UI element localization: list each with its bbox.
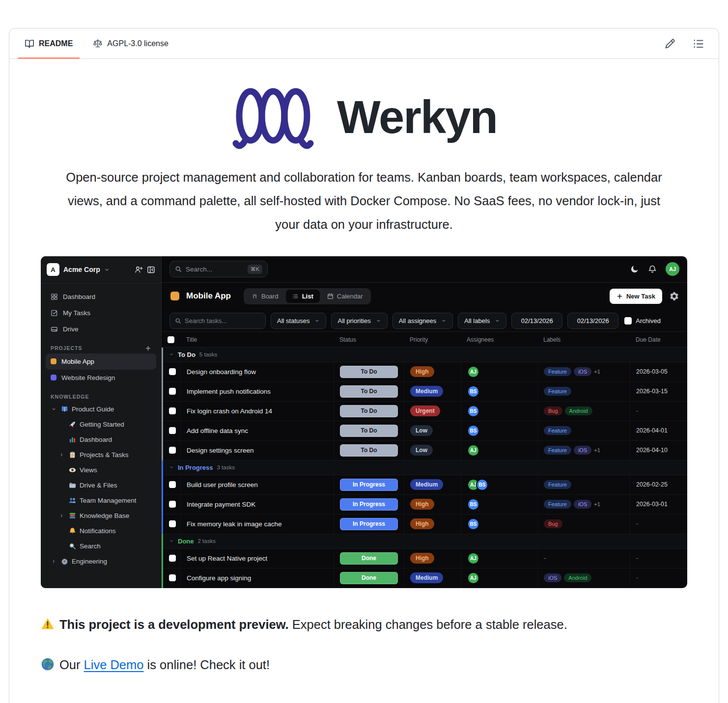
task-search-input[interactable] bbox=[185, 317, 260, 324]
tab-license[interactable]: AGPL-3.0 license bbox=[88, 28, 173, 58]
section-header-to-do[interactable]: To Do5 tasks bbox=[163, 348, 687, 362]
date-start-input[interactable] bbox=[511, 313, 562, 329]
sidebar-page-team-management[interactable]: Team Management bbox=[46, 493, 156, 508]
status-pill[interactable]: Done bbox=[340, 572, 398, 584]
sidebar-page-drive-files[interactable]: Drive & Files bbox=[46, 478, 156, 493]
task-checkbox[interactable] bbox=[169, 520, 176, 527]
view-tab-calendar[interactable]: Calendar bbox=[321, 290, 369, 303]
sidebar-page-engineering[interactable]: Engineering bbox=[46, 554, 156, 569]
warning-rest-text: Expect breaking changes before a stable … bbox=[289, 618, 567, 631]
tab-readme[interactable]: README bbox=[20, 28, 78, 58]
status-pill[interactable]: To Do bbox=[340, 385, 398, 398]
task-checkbox[interactable] bbox=[169, 501, 176, 508]
task-row[interactable]: Configure app signingDoneMediumAJiOSAndr… bbox=[163, 568, 687, 588]
sidebar-page-dashboard[interactable]: Dashboard bbox=[46, 432, 156, 447]
new-task-button[interactable]: New Task bbox=[610, 289, 662, 304]
sidebar-page-product-guide[interactable]: Product Guide bbox=[46, 402, 156, 417]
task-checkbox[interactable] bbox=[169, 574, 176, 581]
task-row[interactable]: Set up React Native projectDoneHighAJ-- bbox=[163, 549, 687, 568]
projects-header-label: PROJECTS bbox=[51, 345, 83, 351]
board-icon bbox=[252, 293, 258, 299]
status-pill[interactable]: To Do bbox=[340, 444, 398, 457]
status-pill[interactable]: To Do bbox=[340, 405, 398, 417]
invite-member-icon[interactable] bbox=[135, 266, 143, 274]
task-section-to-do: To Do5 tasksDesign onboarding flowTo DoH… bbox=[162, 348, 687, 460]
filter-dropdown-all-priorities[interactable]: All priorities bbox=[331, 313, 387, 329]
user-avatar[interactable]: AJ bbox=[666, 262, 679, 276]
bell-emoji bbox=[69, 527, 76, 535]
workspace-name[interactable]: Acme Corp bbox=[63, 266, 100, 273]
pencil-icon[interactable] bbox=[665, 38, 675, 49]
chevron-right-icon[interactable] bbox=[57, 452, 65, 458]
sidebar-item-dashboard[interactable]: Dashboard bbox=[46, 289, 156, 305]
filter-dropdown-all-assignees[interactable]: All assignees bbox=[392, 313, 453, 329]
status-pill[interactable]: In Progress bbox=[340, 479, 398, 491]
global-search[interactable]: ⌘K bbox=[169, 261, 268, 277]
priority-badge: High bbox=[410, 518, 434, 529]
sidebar-page-knowledge-base[interactable]: Knowledge Base bbox=[46, 508, 156, 523]
task-title-cell: Add offline data sync bbox=[180, 421, 334, 440]
task-row[interactable]: Integrate payment SDKIn ProgressHighBSFe… bbox=[163, 495, 687, 514]
archived-checkbox[interactable] bbox=[624, 317, 632, 324]
task-checkbox[interactable] bbox=[169, 481, 176, 488]
collapse-sidebar-icon[interactable] bbox=[147, 266, 155, 274]
task-row[interactable]: Design onboarding flowTo DoHighAJFeature… bbox=[163, 362, 687, 382]
task-checkbox[interactable] bbox=[169, 427, 176, 434]
page-label: Views bbox=[80, 466, 97, 474]
status-pill[interactable]: To Do bbox=[340, 425, 398, 437]
chevron-right-icon[interactable] bbox=[57, 513, 65, 518]
sidebar-item-my-tasks[interactable]: My Tasks bbox=[46, 305, 156, 321]
task-row[interactable]: Implement push notificationsTo DoMediumB… bbox=[163, 382, 687, 402]
notifications-bell-icon[interactable] bbox=[648, 265, 657, 273]
task-row[interactable]: Build user profile screenIn ProgressMedi… bbox=[163, 475, 687, 495]
dark-mode-moon-icon[interactable] bbox=[630, 265, 639, 273]
chevron-down-icon bbox=[314, 318, 320, 324]
sidebar-item-drive[interactable]: Drive bbox=[46, 321, 156, 337]
task-row[interactable]: Add offline data syncTo DoLowBSFeature20… bbox=[163, 421, 687, 441]
section-header-done[interactable]: Done2 tasks bbox=[163, 534, 687, 549]
view-tab-board[interactable]: Board bbox=[245, 290, 285, 303]
sidebar-page-notifications[interactable]: Notifications bbox=[46, 523, 156, 539]
sidebar-page-views[interactable]: Views bbox=[46, 462, 156, 478]
task-search[interactable] bbox=[169, 313, 266, 329]
select-all-checkbox[interactable] bbox=[168, 336, 174, 343]
section-header-in-progress[interactable]: In Progress3 tasks bbox=[163, 460, 687, 475]
chevron-right-icon[interactable] bbox=[50, 559, 57, 564]
status-pill[interactable]: Done bbox=[340, 552, 398, 565]
status-pill[interactable]: In Progress bbox=[340, 498, 398, 511]
date-end-input[interactable] bbox=[567, 313, 618, 329]
chevron-down-icon[interactable] bbox=[50, 406, 57, 412]
task-title: Configure app signing bbox=[187, 574, 251, 582]
task-title-cell: Build user profile screen bbox=[180, 475, 334, 494]
select-all-cell bbox=[162, 336, 180, 343]
sidebar-project-website-redesign[interactable]: Website Redesign bbox=[46, 370, 156, 386]
task-checkbox[interactable] bbox=[169, 447, 176, 454]
sidebar-page-projects-tasks[interactable]: Projects & Tasks bbox=[46, 447, 156, 462]
task-due-date: 2026-02-25 bbox=[636, 481, 668, 488]
global-search-input[interactable] bbox=[186, 266, 244, 273]
project-settings-gear-icon[interactable] bbox=[670, 292, 678, 300]
task-checkbox[interactable] bbox=[169, 407, 176, 414]
outline-toc-icon[interactable] bbox=[693, 38, 704, 49]
chevron-down-icon bbox=[441, 318, 447, 324]
status-pill[interactable]: In Progress bbox=[340, 518, 398, 530]
chevron-down-icon[interactable] bbox=[104, 267, 110, 272]
sidebar-project-mobile-app[interactable]: Mobile App bbox=[46, 353, 156, 370]
task-assignees-cell: BS bbox=[461, 495, 537, 514]
priority-badge: Urgent bbox=[410, 406, 440, 416]
sidebar-page-search[interactable]: Search bbox=[46, 539, 156, 554]
filter-dropdown-all-statuses[interactable]: All statuses bbox=[271, 313, 326, 329]
sidebar-page-getting-started[interactable]: Getting Started bbox=[46, 417, 156, 432]
task-row[interactable]: Design settings screenTo DoLowAJFeaturei… bbox=[163, 441, 687, 460]
view-tab-list[interactable]: List bbox=[286, 290, 320, 303]
add-project-icon[interactable] bbox=[145, 345, 151, 352]
live-demo-link[interactable]: Live Demo bbox=[84, 658, 144, 672]
task-checkbox[interactable] bbox=[169, 388, 176, 395]
task-checkbox[interactable] bbox=[169, 368, 176, 375]
status-pill[interactable]: To Do bbox=[340, 366, 398, 378]
task-checkbox[interactable] bbox=[169, 555, 176, 562]
priority-badge: High bbox=[410, 366, 434, 377]
task-row[interactable]: Fix login crash on Android 14To DoUrgent… bbox=[163, 402, 687, 421]
filter-dropdown-all-labels[interactable]: All labels bbox=[458, 313, 506, 329]
task-row[interactable]: Fix memory leak in image cacheIn Progres… bbox=[163, 514, 687, 534]
